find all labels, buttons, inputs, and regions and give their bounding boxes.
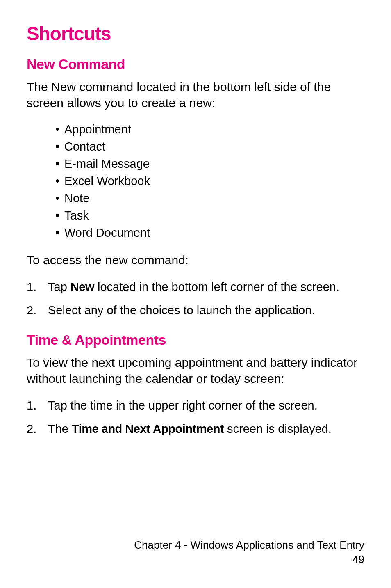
step-item: 1. Tap the time in the upper right corne… [27,396,364,415]
bullet-item: Word Document [55,224,364,241]
bullet-item: E-mail Message [55,155,364,172]
step-text: The Time and Next Appointment screen is … [48,420,364,438]
step-text: Tap New located in the bottom left corne… [48,278,364,296]
new-command-bullets: Appointment Contact E-mail Message Excel… [55,121,364,241]
chapter-label: Chapter 4 - Windows Applications and Tex… [134,538,364,552]
step-number: 1. [27,278,48,296]
step-text: Tap the time in the upper right corner o… [48,396,364,415]
step-text: Select any of the choices to launch the … [48,301,364,320]
bullet-item: Excel Workbook [55,172,364,190]
intro-new-command: The New command located in the bottom le… [27,79,364,111]
page-footer: Chapter 4 - Windows Applications and Tex… [134,538,364,567]
bullet-item: Note [55,190,364,207]
heading-time-appointments: Time & Appointments [27,332,364,348]
page-number: 49 [134,552,364,567]
step-number: 2. [27,301,48,320]
step-number: 2. [27,420,48,438]
step-item: 1. Tap New located in the bottom left co… [27,278,364,296]
heading-new-command: New Command [27,56,364,72]
bullet-item: Task [55,207,364,224]
access-text: To access the new command: [27,252,364,268]
step-item: 2. Select any of the choices to launch t… [27,301,364,320]
steps-new-command: 1. Tap New located in the bottom left co… [27,278,364,320]
bold-label: New [70,280,94,293]
steps-time-appointments: 1. Tap the time in the upper right corne… [27,396,364,438]
page-title: Shortcuts [27,23,364,45]
step-item: 2. The Time and Next Appointment screen … [27,420,364,438]
bold-label: Time and Next Appointment [72,422,224,435]
bullet-item: Appointment [55,121,364,138]
step-number: 1. [27,396,48,415]
bullet-item: Contact [55,138,364,155]
intro-time-appointments: To view the next upcoming appointment an… [27,355,364,387]
